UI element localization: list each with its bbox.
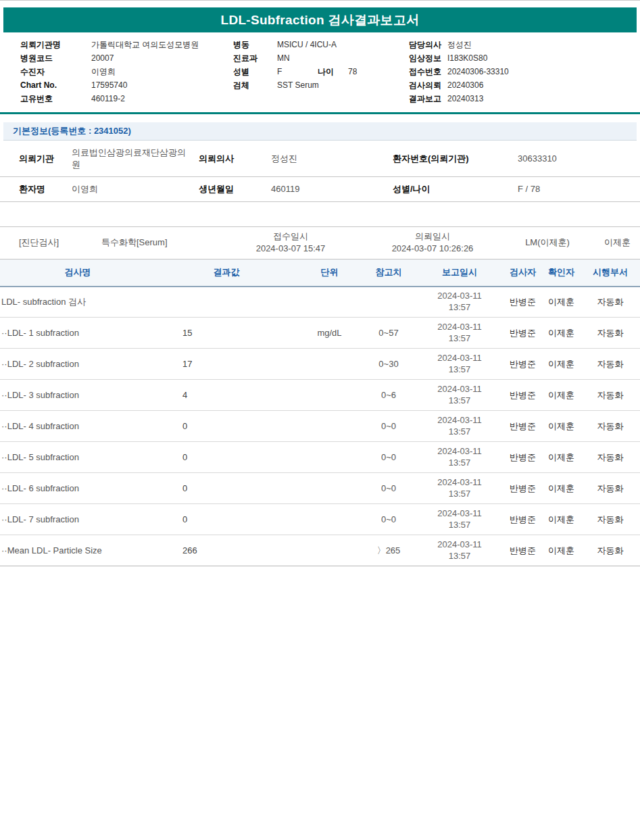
info-label: 생년월일 — [196, 177, 268, 202]
info-value: 이영희 — [69, 177, 196, 202]
result-row: ··LDL- 4 subfraction00~02024-03-1113:57반… — [0, 411, 640, 442]
header-info-row: 고유번호460119-2 — [20, 92, 199, 105]
report-date: 2024-03-11 — [416, 353, 503, 364]
header-info-row: 접수번호20240306-33310 — [409, 65, 509, 78]
info-label: 성별 — [233, 66, 277, 78]
unit — [297, 349, 362, 380]
result-row: ··LDL- 5 subfraction00~02024-03-1113:57반… — [0, 442, 640, 473]
info-label: 검사의뢰 — [409, 80, 447, 91]
report-date: 2024-03-11 — [416, 508, 503, 520]
result-row: ··LDL- 1 subfraction15mg/dL0~572024-03-1… — [0, 318, 640, 349]
test-name: ··LDL- 1 subfraction — [0, 318, 155, 349]
tester: 반병준 — [503, 411, 542, 442]
results-header-row: 검사명결과값단위참고치보고일시검사자확인자시행부서 — [0, 260, 640, 287]
info-value: SST Serum — [277, 80, 319, 90]
department: 자동화 — [581, 535, 640, 566]
exam-group: 특수화학[Serum] — [101, 237, 216, 249]
tester: 반병준 — [503, 504, 542, 535]
header-info: 의뢰기관명가톨릭대학교 여의도성모병원병원코드20007수진자이영희Chart … — [0, 38, 640, 108]
confirmer: 이제훈 — [542, 349, 581, 380]
confirmer: 이제훈 — [542, 473, 581, 504]
header-info-left-column: 의뢰기관명가톨릭대학교 여의도성모병원병원코드20007수진자이영희Chart … — [20, 38, 199, 105]
tester: 반병준 — [503, 349, 542, 380]
tester: 반병준 — [503, 287, 542, 318]
report-datetime: 2024-03-1113:57 — [416, 411, 503, 442]
header-info-row: 임상정보I183K0S80 — [409, 51, 509, 65]
tester: 반병준 — [503, 442, 542, 473]
spacer — [0, 202, 640, 226]
result-value: 0 — [155, 473, 297, 504]
info-label: Chart No. — [20, 80, 91, 90]
header-info-row: 의뢰기관명가톨릭대학교 여의도성모병원 — [20, 38, 199, 51]
report-time: 13:57 — [416, 489, 503, 500]
header-info-row: 병동MSICU / 4ICU-A — [233, 38, 389, 51]
info-label: 접수번호 — [409, 66, 447, 78]
info-value: 17595740 — [91, 80, 127, 90]
exam-confirmer: 이제훈 — [595, 237, 640, 249]
department: 자동화 — [581, 504, 640, 535]
tester: 반병준 — [503, 473, 542, 504]
result-value: 4 — [155, 380, 297, 411]
reference-range: 〉265 — [362, 535, 416, 566]
info-value: 460119-2 — [91, 94, 125, 103]
info-label: 결과보고 — [409, 93, 447, 105]
info-value: 이영희 — [91, 66, 116, 78]
unit — [297, 411, 362, 442]
reference-range: 0~6 — [362, 380, 416, 411]
column-header: 검사명 — [0, 260, 155, 287]
basic-info-title: 기본정보(등록번호 : 2341052) — [13, 125, 131, 137]
info-label: 나이 — [318, 66, 348, 78]
report-time: 13:57 — [416, 520, 503, 531]
reference-range: 0~0 — [362, 411, 416, 442]
unit — [297, 287, 362, 318]
report-date: 2024-03-11 — [416, 415, 503, 426]
info-value: F / 78 — [515, 177, 640, 202]
report-title-bar: LDL-Subfraction 검사결과보고서 — [3, 7, 637, 32]
confirmer: 이제훈 — [542, 380, 581, 411]
unit — [297, 473, 362, 504]
department: 자동화 — [581, 411, 640, 442]
info-label: 수진자 — [20, 66, 91, 78]
info-value: 20240306 — [447, 80, 483, 90]
report-date: 2024-03-11 — [416, 384, 503, 395]
test-name: ··LDL- 6 subfraction — [0, 473, 155, 504]
test-name: ··LDL- 3 subfraction — [0, 380, 155, 411]
info-label: 고유번호 — [20, 93, 91, 105]
result-value — [155, 287, 297, 318]
report-time: 13:57 — [416, 458, 503, 469]
basic-info-table: 의뢰기관의료법인삼광의료재단삼광의원의뢰의사정성진환자번호(의뢰기관)30633… — [0, 141, 640, 202]
receipt-datetime-block: 접수일시 2024-03-07 15:47 — [216, 230, 365, 255]
result-row: ··LDL- 6 subfraction00~02024-03-1113:57반… — [0, 473, 640, 504]
test-name: ··Mean LDL- Particle Size — [0, 535, 155, 566]
info-label: 의뢰기관명 — [20, 39, 91, 51]
receipt-value: 2024-03-07 15:47 — [216, 243, 365, 255]
confirmer: 이제훈 — [542, 535, 581, 566]
header-info-row: Chart No.17595740 — [20, 78, 199, 92]
report-datetime: 2024-03-1113:57 — [416, 349, 503, 380]
info-label: 성별/나이 — [390, 177, 515, 202]
request-label: 의뢰일시 — [365, 230, 500, 243]
report-time: 13:57 — [416, 551, 503, 562]
department: 자동화 — [581, 287, 640, 318]
report-datetime: 2024-03-1113:57 — [416, 380, 503, 411]
header-info-row: 결과보고20240313 — [409, 92, 509, 105]
info-label: 병동 — [233, 39, 277, 51]
test-name: ··LDL- 2 subfraction — [0, 349, 155, 380]
department: 자동화 — [581, 442, 640, 473]
request-datetime-block: 의뢰일시 2024-03-07 10:26:26 — [365, 230, 500, 255]
results-table: 검사명결과값단위참고치보고일시검사자확인자시행부서 LDL- subfracti… — [0, 260, 640, 567]
info-label: 진료과 — [233, 53, 277, 64]
tester: 반병준 — [503, 535, 542, 566]
report-time: 13:57 — [416, 333, 503, 345]
info-label: 검체 — [233, 80, 277, 91]
info-value: 정성진 — [268, 141, 390, 177]
department: 자동화 — [581, 349, 640, 380]
confirmer: 이제훈 — [542, 318, 581, 349]
info-value: 460119 — [268, 177, 390, 202]
header-info-row: 병원코드20007 — [20, 51, 199, 65]
column-header: 보고일시 — [416, 260, 503, 287]
result-value: 0 — [155, 411, 297, 442]
info-value: I183K0S80 — [447, 53, 487, 63]
reference-range: 0~0 — [362, 442, 416, 473]
result-row: ··LDL- 2 subfraction170~302024-03-1113:5… — [0, 349, 640, 380]
